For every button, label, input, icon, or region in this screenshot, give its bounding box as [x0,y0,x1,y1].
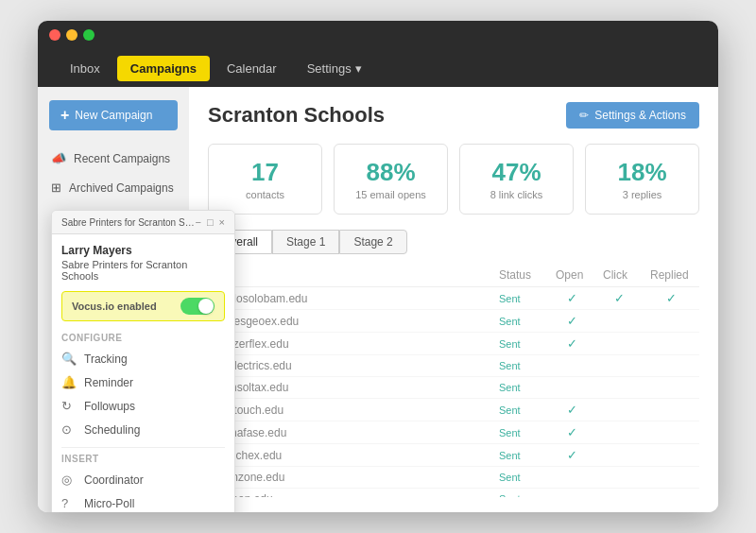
table-container: Status Open Click Replied osolosolobam.e… [208,264,699,497]
table-row: @inchex.edu Sent ✓ [208,444,699,467]
table-row: @tresgeoex.edu Sent ✓ [208,310,699,333]
col-email-header [208,264,491,287]
tab-stage1[interactable]: Stage 1 [272,230,339,254]
email-cell: osolosolobam.edu [208,287,491,310]
stat-contacts: 17 contacts [208,144,322,215]
col-click-header: Click [595,264,643,287]
status-cell: Sent [491,355,548,377]
nav-settings[interactable]: Settings ▾ [294,56,375,81]
email-cell: anelectrics.edu [208,355,491,377]
click-cell [595,421,643,444]
open-cell: ✓ [548,444,595,467]
status-cell: Sent [491,489,548,498]
sidebar-item-recent[interactable]: 📣 Recent Campaigns [38,144,189,173]
table-row: ngreen.edu Sent [208,489,699,498]
status-cell: Sent [491,333,548,355]
email-cell: ngreen.edu [208,489,491,498]
nav-inbox[interactable]: Inbox [57,56,113,81]
panel-subject: Sabre Printers for Scranton Schools [61,259,225,282]
replied-cell [643,467,699,489]
replied-cell [643,489,699,498]
coordinator-icon: ◎ [61,473,77,487]
new-campaign-button[interactable]: + New Campaign [49,100,178,130]
panel-maximize[interactable]: □ [207,216,214,228]
toggle-knob [198,299,214,314]
panel-from: Larry Mayers [61,244,225,257]
replied-cell [643,444,699,467]
followups-icon: ↻ [61,399,77,413]
open-cell: ✓ [548,310,595,333]
status-cell: Sent [491,377,548,399]
status-cell: Sent [491,310,548,333]
tracking-icon: 🔍 [61,352,77,366]
panel-controls: − □ × [195,216,225,228]
click-cell [595,377,643,399]
open-cell: ✓ [548,287,595,310]
tab-stage2[interactable]: Stage 2 [339,230,406,254]
panel-body: Larry Mayers Sabre Printers for Scranton… [52,234,234,512]
stat-replies: 18% 3 replies [585,144,699,215]
content-area: Scranton Schools ✏ Settings & Actions 17… [189,87,718,512]
panel-close[interactable]: × [219,216,225,228]
col-status-header: Status [491,264,548,287]
replied-cell [643,310,699,333]
menu-reminder[interactable]: 🔔 Reminder [61,370,225,394]
nav-bar: Inbox Campaigns Calendar Settings ▾ [38,49,718,87]
click-cell [595,444,643,467]
table-row: cantouch.edu Sent ✓ [208,399,699,421]
open-cell [548,489,595,498]
click-cell [595,310,643,333]
floating-panel: Sabre Printers for Scranton Schools − □ … [51,210,235,512]
table-row: anelectrics.edu Sent [208,355,699,377]
open-cell [548,377,595,399]
maximize-button[interactable] [83,29,94,41]
vocus-toggle[interactable] [180,298,215,315]
menu-coordinator[interactable]: ◎ Coordinator [61,468,225,491]
click-cell [595,399,643,421]
page-title: Scranton Schools [208,103,385,128]
table-row: @ozerflex.edu Sent ✓ [208,333,699,355]
close-button[interactable] [49,29,60,41]
table-header-row: Status Open Click Replied [208,264,699,287]
minimize-button[interactable] [66,29,77,41]
archived-icon: ⊞ [51,181,61,195]
email-cell: highsoltax.edu [208,377,491,399]
menu-tracking[interactable]: 🔍 Tracking [61,347,225,370]
micropoll-icon: ? [61,496,77,510]
open-cell [548,467,595,489]
menu-scheduling[interactable]: ⊙ Scheduling [61,418,225,441]
vocus-label: Vocus.io enabled [72,301,157,312]
sidebar-item-archived[interactable]: ⊞ Archived Campaigns [38,173,189,202]
menu-micropoll[interactable]: ? Micro-Poll [61,491,225,512]
open-cell: ✓ [548,399,595,421]
recent-icon: 📣 [51,151,66,165]
settings-actions-button[interactable]: ✏ Settings & Actions [566,102,699,129]
table-row: 1runzone.edu Sent [208,467,699,489]
status-cell: Sent [491,467,548,489]
email-cell: immafase.edu [208,421,491,444]
open-cell [548,355,595,377]
table-row: osolosolobam.edu Sent ✓ ✓ ✓ [208,287,699,310]
click-cell [595,467,643,489]
reminder-icon: 🔔 [61,375,77,389]
vocus-toggle-row[interactable]: Vocus.io enabled [61,291,225,321]
insert-section-label: INSERT [61,454,225,464]
status-cell: Sent [491,421,548,444]
email-cell: @inchex.edu [208,444,491,467]
status-cell: Sent [491,287,548,310]
scheduling-icon: ⊙ [61,422,77,437]
menu-followups[interactable]: ↻ Followups [61,394,225,418]
app-window: Inbox Campaigns Calendar Settings ▾ + Ne… [38,21,718,512]
nav-calendar[interactable]: Calendar [214,56,290,81]
panel-title-bar: Sabre Printers for Scranton Schools − □ … [52,211,234,234]
click-cell [595,489,643,498]
nav-campaigns[interactable]: Campaigns [117,56,210,81]
email-cell: @tresgeoex.edu [208,310,491,333]
email-cell: 1runzone.edu [208,467,491,489]
col-replied-header: Replied [643,264,699,287]
panel-minimize[interactable]: − [195,216,200,228]
replied-cell [643,421,699,444]
configure-section-label: CONFIGURE [61,333,225,343]
status-cell: Sent [491,444,548,467]
table-row: immafase.edu Sent ✓ [208,421,699,444]
